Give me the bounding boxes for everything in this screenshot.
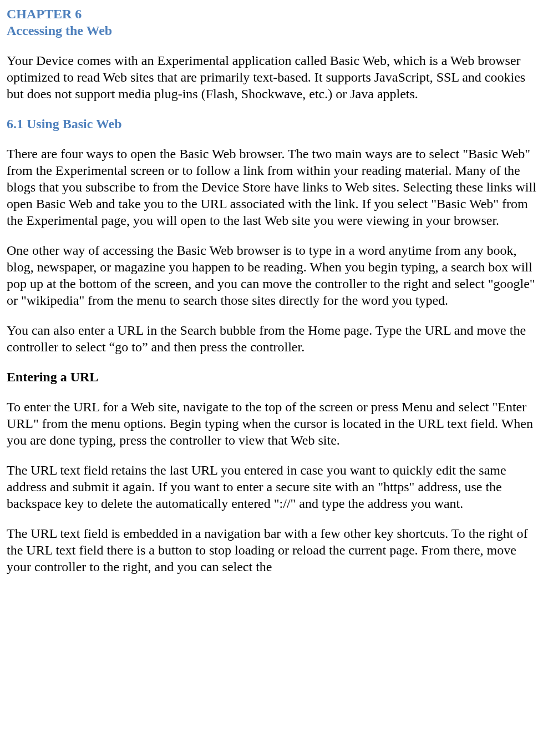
intro-paragraph: Your Device comes with an Experimental a… [7, 52, 541, 102]
section1-p1: There are four ways to open the Basic We… [7, 145, 541, 229]
section1-p2: One other way of accessing the Basic Web… [7, 242, 541, 309]
subsection1-p1: To enter the URL for a Web site, navigat… [7, 399, 541, 448]
chapter-title: Accessing the Web [7, 22, 541, 39]
subsection-heading-entering-url: Entering a URL [7, 369, 541, 385]
section-heading-6-1: 6.1 Using Basic Web [7, 115, 541, 132]
section1-p3: You can also enter a URL in the Search b… [7, 322, 541, 355]
subsection1-p3: The URL text field is embedded in a navi… [7, 525, 541, 575]
chapter-label: CHAPTER 6 [7, 6, 541, 22]
subsection1-p2: The URL text field retains the last URL … [7, 462, 541, 512]
